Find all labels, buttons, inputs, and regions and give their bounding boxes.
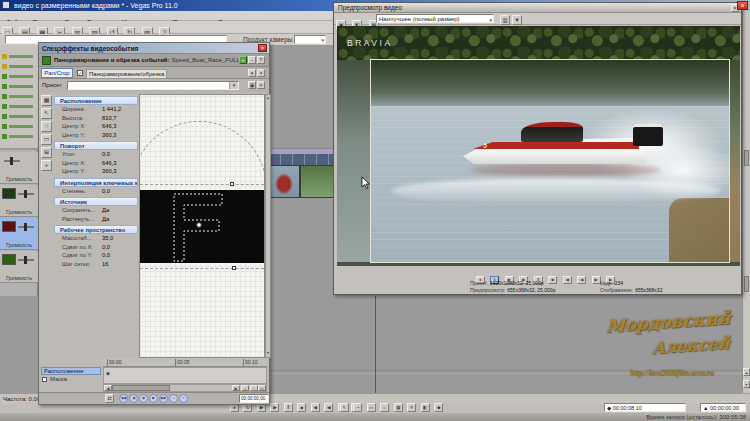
stop-button[interactable]: ■ bbox=[297, 403, 306, 412]
preview-quality-dropdown[interactable]: Наилучшее (полный размер)▾ bbox=[376, 14, 494, 23]
save-preset-icon[interactable]: ▣ bbox=[248, 81, 256, 89]
previous-keyframe-icon[interactable]: ◀ bbox=[129, 394, 138, 403]
section-keyframe-interpolation[interactable]: Интерполяция ключевых к... bbox=[54, 178, 138, 187]
first-keyframe-icon[interactable]: ◀◀ bbox=[119, 394, 128, 403]
last-keyframe-icon[interactable]: ▶▶ bbox=[159, 394, 168, 403]
workspace-scrollbar[interactable]: ▲ ▼ bbox=[265, 94, 271, 358]
insert-keyframe-icon[interactable]: ◆ bbox=[139, 394, 148, 403]
crop-handle[interactable] bbox=[230, 182, 234, 186]
normal-edit-tool-icon[interactable]: ↖ bbox=[41, 108, 52, 119]
track-header-selected[interactable]: Громкость bbox=[0, 218, 38, 250]
snap-toggle-icon[interactable]: ▦ bbox=[394, 403, 403, 412]
media-item[interactable] bbox=[0, 75, 39, 85]
previous-frame-button[interactable]: ◀ bbox=[324, 403, 333, 412]
timeline-ruler[interactable] bbox=[268, 154, 334, 165]
section-position[interactable]: Расположение bbox=[54, 96, 138, 105]
media-item[interactable] bbox=[0, 55, 39, 65]
zoom-fit-icon[interactable]: ▭ bbox=[258, 385, 266, 391]
section-source[interactable]: Источник bbox=[54, 197, 138, 206]
media-item[interactable] bbox=[0, 115, 39, 125]
project-media-list[interactable] bbox=[0, 45, 40, 148]
media-item[interactable] bbox=[0, 105, 39, 115]
property-row[interactable]: Шаг сетки:16 bbox=[54, 260, 138, 269]
play-button[interactable]: ▶ bbox=[270, 403, 279, 412]
mask-center-handle[interactable] bbox=[197, 223, 202, 228]
keyframe-scrollbar[interactable]: ◀ ▶ + − ▭ bbox=[103, 384, 267, 392]
chevron-down-icon[interactable]: ▾ bbox=[229, 82, 238, 89]
section-workspace[interactable]: Рабочее пространство bbox=[54, 225, 138, 234]
snapshot-copy-icon[interactable]: ▥ bbox=[500, 15, 510, 25]
scroll-left-icon[interactable]: ◀ bbox=[104, 385, 112, 391]
scroll-up-icon[interactable]: ▲ bbox=[266, 96, 270, 101]
media-item[interactable] bbox=[0, 85, 39, 95]
property-row[interactable]: Центр X:646,3 bbox=[54, 159, 138, 168]
property-row[interactable]: Высота:810,7 bbox=[54, 114, 138, 123]
lock-envelopes-icon[interactable]: ◧ bbox=[421, 403, 430, 412]
keyframe-timecode[interactable]: 00:00:00,00 bbox=[239, 394, 269, 403]
dialog-titlebar[interactable]: Спецэффекты видеособытия × bbox=[39, 43, 269, 54]
selection-edit-tool-icon[interactable]: ▭ bbox=[367, 403, 376, 412]
crop-handle[interactable] bbox=[232, 266, 236, 270]
plugin-enable-checkbox[interactable]: ✓ bbox=[77, 70, 83, 76]
track-header[interactable]: Громкость bbox=[0, 251, 38, 283]
media-item[interactable] bbox=[0, 95, 39, 105]
scroll-down-icon[interactable]: ▼ bbox=[266, 351, 270, 356]
sync-cursor-icon[interactable]: ⇄ bbox=[105, 394, 114, 403]
delete-keyframe-icon[interactable]: × bbox=[179, 394, 188, 403]
crop-workspace[interactable] bbox=[139, 94, 265, 358]
keyframe-track[interactable]: ◆ bbox=[103, 367, 267, 384]
media-dropdown[interactable]: ▾ bbox=[294, 35, 326, 44]
lock-aspect-ratio-icon[interactable]: ⊞ bbox=[41, 147, 52, 158]
property-row[interactable]: Растянуть...Да bbox=[54, 215, 138, 224]
property-row[interactable]: Центр X:646,3 bbox=[54, 122, 138, 131]
dialog-close-icon[interactable]: × bbox=[258, 44, 267, 52]
zoom-out-icon[interactable]: − bbox=[250, 385, 258, 391]
normal-edit-tool-icon[interactable]: ↖ bbox=[340, 403, 349, 412]
delete-preset-icon[interactable]: × bbox=[257, 81, 265, 89]
mask-checkbox[interactable] bbox=[42, 377, 47, 382]
plugin-checkbox-label[interactable]: Панорамирование/обрезка bbox=[86, 69, 167, 79]
property-row[interactable]: Ширина:1 441,2 bbox=[54, 105, 138, 114]
preset-dropdown[interactable]: ▾ bbox=[67, 81, 239, 90]
snapshot-save-icon[interactable]: ▼ bbox=[512, 15, 522, 25]
property-row[interactable]: Сдвиг по X:0,0 bbox=[54, 243, 138, 252]
plugin-remove-icon[interactable]: − bbox=[248, 56, 256, 64]
pause-button[interactable]: Ⅱ bbox=[284, 403, 293, 412]
timeline-cursor[interactable] bbox=[375, 296, 376, 402]
next-keyframe-icon[interactable]: ▶ bbox=[149, 394, 158, 403]
property-row[interactable]: Степень:0,0 bbox=[54, 187, 138, 196]
zoom-edit-tool-icon[interactable]: ○ bbox=[380, 403, 389, 412]
pane-menu-icon[interactable]: ▾ bbox=[248, 69, 256, 77]
property-row[interactable]: Сохранять...Да bbox=[54, 206, 138, 215]
selection-timecode[interactable]: ▲ 00:00:00,00 bbox=[700, 403, 746, 412]
enable-snapping-icon[interactable]: ▭ bbox=[41, 134, 52, 145]
keyframe-row-position[interactable]: Расположение bbox=[41, 367, 101, 375]
video-event-thumbnail[interactable] bbox=[300, 165, 334, 198]
keyframe-diamond[interactable]: ◆ bbox=[106, 370, 110, 376]
zoom-edit-tool-icon[interactable]: ○ bbox=[41, 121, 52, 132]
scroll-right-icon[interactable]: ▶ bbox=[232, 385, 240, 391]
go-to-start-button[interactable]: ◀ bbox=[311, 403, 320, 412]
property-row[interactable]: Центр Y:360,3 bbox=[54, 167, 138, 176]
plugin-help-icon[interactable]: ? bbox=[257, 56, 265, 64]
scrollbar-thumb[interactable] bbox=[112, 385, 170, 391]
tab-pan-crop[interactable]: Pan/Crop bbox=[41, 68, 73, 78]
marker-tool-icon[interactable]: ◆ bbox=[434, 403, 443, 412]
property-row[interactable]: Центр Y:360,3 bbox=[54, 131, 138, 140]
main-close-icon[interactable]: × bbox=[737, 1, 748, 10]
media-item[interactable] bbox=[0, 45, 39, 55]
property-row[interactable]: Угол:0,0 bbox=[54, 150, 138, 159]
pane-close-icon[interactable]: × bbox=[257, 69, 265, 77]
keyframe-ruler[interactable]: 00:00 00:05 00:10 bbox=[103, 358, 267, 367]
track-header[interactable]: Громкость bbox=[0, 152, 38, 184]
cursor-timecode[interactable]: ◆ 00:00:08,10 bbox=[604, 403, 686, 412]
scrollbar-thumb[interactable] bbox=[744, 276, 749, 292]
f-mask-path[interactable] bbox=[139, 190, 265, 263]
media-item[interactable] bbox=[0, 65, 39, 75]
zoom-in-icon[interactable]: + bbox=[241, 385, 249, 391]
auto-ripple-icon[interactable]: ≡ bbox=[407, 403, 416, 412]
scrollbar-thumb[interactable] bbox=[744, 150, 749, 166]
video-event-thumbnail[interactable] bbox=[268, 165, 300, 198]
envelope-edit-tool-icon[interactable]: ~ bbox=[353, 403, 362, 412]
media-item[interactable] bbox=[0, 125, 39, 135]
